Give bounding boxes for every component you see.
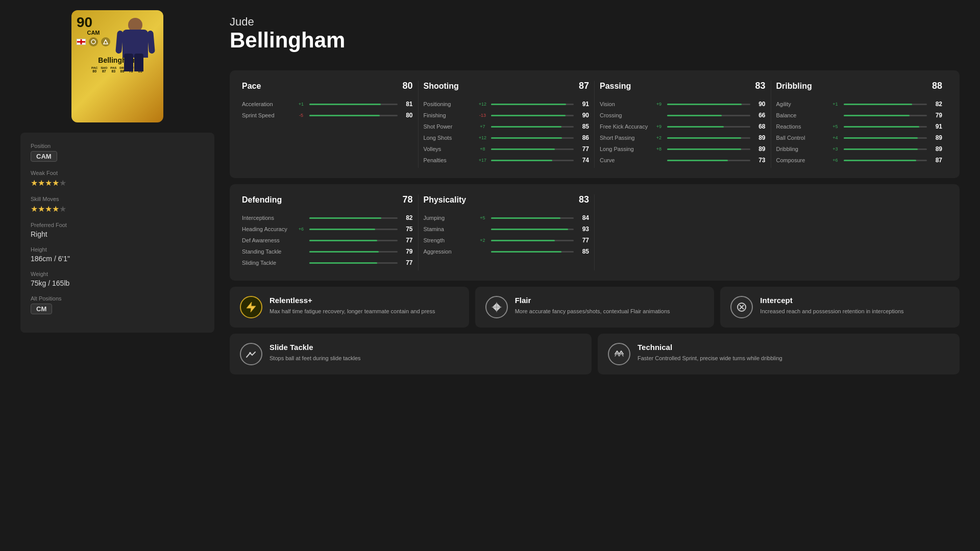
slide-tackle-desc: Stops ball at feet during slide tackles [270,355,361,362]
height-row: Height 186cm / 6'1" [31,246,204,263]
card-stat-pac: PAC 80 [91,66,97,73]
stat-acceleration: Acceleration +1 81 [242,101,413,108]
stat-stamina: Stamina 93 [424,226,590,233]
left-panel: 90 CAM [20,10,214,333]
slide-tackle-name: Slide Tackle [270,343,361,352]
stat-standing-tackle: Standing Tackle 79 [242,248,413,255]
weak-foot-label: Weak Foot [31,170,204,176]
player-card: 90 CAM [71,10,163,122]
dribbling-label: Dribbling [776,82,812,91]
playstyles-row-1: Relentless+ Max half time fatigue recove… [230,287,960,328]
empty-col-1 [595,194,771,270]
flair-icon [485,296,508,318]
position-badge: CAM [31,151,57,162]
playstyle-flair: Flair More accurate fancy passes/shots, … [475,287,715,328]
stat-fk-accuracy: Free Kick Accuracy +9 68 [600,123,766,130]
relentless-name: Relentless+ [270,296,435,305]
slide-tackle-icon [240,343,262,365]
playstyle-technical: Technical Faster Controlled Sprint, prec… [598,334,960,374]
svg-marker-2 [247,302,256,312]
stat-agility: Agility +1 82 [776,101,943,108]
defending-total: 78 [402,194,412,205]
slide-tackle-info: Slide Tackle Stops ball at feet during s… [270,343,361,362]
intercept-desc: Increased reach and possession retention… [760,308,903,315]
card-icon-1 [89,37,98,46]
right-content: Jude Bellingham Pace 80 Acceleration +1 … [225,10,960,374]
stat-short-passing: Short Passing +2 89 [600,134,766,141]
alt-positions-badge: CM [31,304,52,314]
stat-volleys: Volleys +8 77 [424,145,590,153]
shooting-header: Shooting 87 [424,81,590,93]
stat-penalties: Penalties +17 74 [424,157,590,164]
shooting-label: Shooting [424,82,459,91]
stat-balance: Balance 79 [776,112,943,119]
preferred-foot-label: Preferred Foot [31,222,204,228]
card-stat-sho: SHO 87 [101,66,107,73]
player-header: Jude Bellingham [230,10,960,62]
defending-label: Defending [242,195,282,205]
playstyles-row-2: Slide Tackle Stops ball at feet during s… [230,334,960,374]
stat-long-shots: Long Shots +12 86 [424,134,590,141]
pace-total: 80 [402,81,412,91]
stat-crossing: Crossing 66 [600,112,766,119]
relentless-icon [240,296,262,318]
playstyle-slide-tackle: Slide Tackle Stops ball at feet during s… [230,334,592,374]
svg-point-0 [91,40,95,44]
stat-strength: Strength +2 77 [424,237,590,244]
height-value: 186cm / 6'1" [31,255,204,263]
passing-header: Passing 83 [600,81,766,93]
playstyle-relentless: Relentless+ Max half time fatigue recove… [230,287,469,328]
skill-moves-label: Skill Moves [31,196,204,202]
empty-col-2 [771,194,948,270]
physicality-total: 83 [579,194,589,205]
stat-composure: Composure +6 87 [776,157,943,164]
preferred-foot-value: Right [31,230,204,238]
dribbling-header: Dribbling 88 [776,81,943,93]
svg-point-7 [249,352,251,354]
position-label: Position [31,143,204,149]
weight-row: Weight 75kg / 165lb [31,271,204,287]
england-flag [77,39,86,45]
stat-dribbling-attr: Dribbling +3 89 [776,145,943,153]
height-label: Height [31,246,204,253]
intercept-name: Intercept [760,296,903,305]
preferred-foot-row: Preferred Foot Right [31,222,204,238]
shooting-total: 87 [579,81,589,91]
stat-category-dribbling: Dribbling 88 Agility +1 82 Balance 79 Re… [771,81,948,168]
technical-desc: Faster Controlled Sprint, precise wide t… [638,355,782,362]
playstyle-intercept: Intercept Increased reach and possession… [720,287,960,328]
stat-ball-control: Ball Control +4 89 [776,134,943,141]
physicality-label: Physicality [424,195,467,205]
position-row: Position CAM [31,143,204,162]
relentless-desc: Max half time fatigue recovery, longer t… [270,308,435,315]
stat-category-defending: Defending 78 Interceptions 82 Heading Ac… [242,194,419,270]
pace-label: Pace [242,82,261,91]
stat-category-physicality: Physicality 83 Jumping +5 84 Stamina 93 … [419,194,595,270]
playstyles-section: Relentless+ Max half time fatigue recove… [230,287,960,374]
technical-name: Technical [638,343,782,352]
card-rating: 90 [77,15,110,30]
player-last-name: Bellingham [230,29,345,52]
stat-category-passing: Passing 83 Vision +9 90 Crossing 66 Free… [595,81,771,168]
stat-curve: Curve 73 [600,157,766,164]
stat-heading-accuracy: Heading Accuracy +6 75 [242,226,413,233]
pace-header: Pace 80 [242,81,413,93]
flair-name: Flair [515,296,670,305]
stat-long-passing: Long Passing +8 89 [600,145,766,153]
physicality-header: Physicality 83 [424,194,590,207]
stat-positioning: Positioning +12 91 [424,101,590,108]
dribbling-total: 88 [932,81,942,91]
player-first-name: Jude [230,15,345,29]
relentless-info: Relentless+ Max half time fatigue recove… [270,296,435,315]
card-icon-2 [101,37,110,46]
stats-grid-bottom: Defending 78 Interceptions 82 Heading Ac… [230,184,960,281]
stat-reactions: Reactions +5 91 [776,123,943,130]
stat-category-shooting: Shooting 87 Positioning +12 91 Finishing… [419,81,595,168]
player-image [112,15,158,71]
stat-def-awareness: Def Awareness 77 [242,237,413,244]
skill-moves-stars: ★★★★★ [31,204,204,214]
stat-category-pace: Pace 80 Acceleration +1 81 Sprint Speed … [242,81,419,168]
stat-finishing: Finishing -13 90 [424,112,590,119]
stat-sliding-tackle: Sliding Tackle 77 [242,259,413,266]
alt-positions-label: Alt Positions [31,295,204,302]
